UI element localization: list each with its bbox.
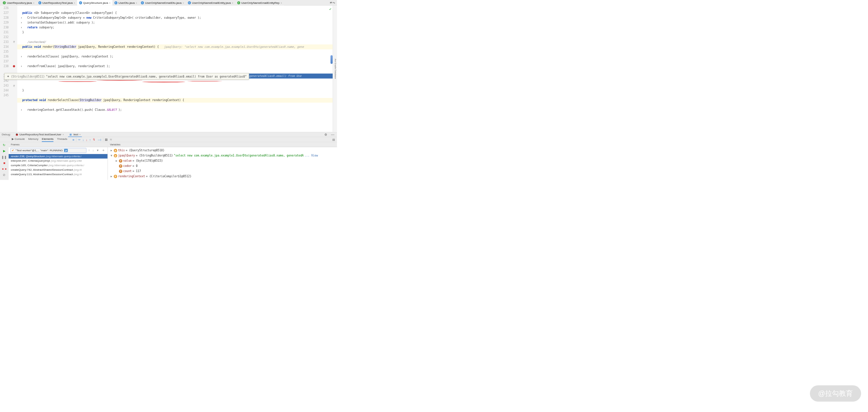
debug-view-tabs: ▶ Console Memory Elements Threads [9, 137, 70, 142]
variable-row[interactable]: ▶p this = {QueryStructure@8510} [110, 148, 335, 153]
close-icon[interactable]: × [63, 133, 64, 136]
close-icon[interactable]: × [183, 1, 184, 4]
step-out-icon[interactable]: ↑ [89, 138, 91, 142]
code-content[interactable]: public <U> Subquery<U> subquery(Class<U>… [17, 6, 333, 132]
tree-toggle-icon[interactable]: ▶ [115, 158, 118, 163]
scrollbar-thumb[interactable] [331, 55, 333, 64]
task-icon: ▦ [70, 133, 72, 136]
breakpoint-icon[interactable] [13, 65, 15, 67]
close-icon[interactable]: × [74, 1, 75, 4]
tree-toggle-icon[interactable]: ▼ [110, 153, 113, 158]
mute-breakpoints-icon[interactable]: ⊘ [3, 173, 6, 177]
tree-toggle-icon[interactable] [115, 169, 118, 174]
debug-side-controls: ↻ ▶ ❚❚ ■ ● ● ⊘ [0, 142, 9, 180]
close-icon[interactable]: × [232, 1, 233, 4]
stack-frame[interactable]: createQuery:742, AbstractSharedSessionCo… [9, 168, 108, 172]
minimize-icon[interactable]: — [330, 133, 335, 136]
rerun-icon[interactable]: ↻ [3, 143, 6, 147]
close-icon[interactable]: × [79, 133, 81, 135]
thread-select[interactable]: ✔ "Test worker"@1,... "main": RUNNING ▴▾ [10, 148, 86, 153]
debug-value-tooltip: ＋ {StringBuilder@8511} "select new com.e… [4, 73, 249, 80]
debug-run-tab[interactable]: 🐞UserRepositoryTest.testSaveUser × [14, 132, 65, 137]
file-tab[interactable]: CUserRepositoryTest.java× [36, 0, 77, 6]
check-icon: ✔ [12, 149, 14, 152]
frame-list[interactable]: render:238, QueryStructure (org.hibernat… [9, 154, 108, 177]
variable-row[interactable]: f coder = 0 [110, 163, 335, 169]
gutter-marks: @ @ [11, 6, 17, 132]
file-tab[interactable]: IUserRepository.java× [1, 0, 36, 6]
evaluate-icon[interactable]: ▦ [105, 137, 108, 141]
variable-row[interactable]: ▶p renderingContext = {CriteriaCompiler$… [110, 174, 335, 179]
file-tab[interactable]: CUserDto.java× [112, 0, 139, 6]
step-into-icon[interactable]: ↓ [83, 138, 84, 142]
threads-tab[interactable]: Threads [57, 137, 67, 142]
memory-tab[interactable]: Memory [28, 137, 38, 142]
layout-icon[interactable]: ▤ [330, 138, 337, 141]
view-link[interactable]: ... View [304, 153, 318, 158]
const: SELECT [107, 108, 117, 111]
dropdown-icon[interactable]: ▴▾ [64, 149, 68, 152]
var-kind-icon: f [119, 164, 122, 168]
tree-toggle-icon[interactable]: ▶ [110, 174, 113, 179]
tab-label: UserOnlyNameEmailEntityRep [241, 1, 280, 4]
drop-frame-icon[interactable]: ↯ [93, 137, 95, 141]
elements-tab[interactable]: Elements [42, 137, 54, 142]
file-type-icon: C [188, 1, 191, 4]
stack-frame[interactable]: compile:165, CriteriaCompiler (org.hiber… [9, 163, 108, 168]
right-toolbar[interactable]: Ant Gradle Database [333, 6, 337, 132]
pause-icon[interactable]: ❚❚ [1, 155, 7, 159]
frame-controls: ✔ "Test worker"@1,... "main": RUNNING ▴▾… [9, 147, 108, 154]
editor-tabs: IUserRepository.java×CUserRepositoryTest… [0, 0, 337, 6]
file-tab[interactable]: CUserOnlyNameEmailEntity.java× [186, 0, 236, 6]
stop-icon[interactable]: ■ [3, 161, 6, 165]
stack-frame[interactable]: createQuery:113, AbstractSharedSessionCo… [9, 172, 108, 177]
trace-icon[interactable]: ≋ [110, 137, 112, 141]
params: jpaqlQuery, RenderingContext renderingCo… [76, 45, 164, 48]
close-icon[interactable]: × [109, 1, 111, 4]
plus-icon[interactable]: ＋ [7, 74, 10, 78]
tab-overflow-icon[interactable]: ⇄ ≡₂ [329, 1, 336, 4]
params: jpaqlQuery, RenderingContext renderingCo… [102, 98, 184, 101]
bug-icon: 🐞 [15, 133, 18, 136]
debug-run-tab[interactable]: ▦:test × [68, 132, 82, 137]
console-tab[interactable]: ▶ Console [12, 137, 25, 142]
variable-row[interactable]: ▶f value = {byte[178]@8515} [110, 158, 335, 163]
gear-icon[interactable]: ⚙ [324, 133, 327, 136]
file-type-icon: C [141, 1, 144, 4]
view-breakpoints-icon[interactable]: ● ● [2, 167, 7, 171]
file-tab[interactable]: IUserOnlyNameEmailEntityRep× [235, 0, 284, 6]
step-over-icon[interactable]: ⤼ [78, 137, 81, 141]
resume-icon[interactable]: ▶ [3, 149, 6, 153]
frames-panel: Frames ✔ "Test worker"@1,... "main": RUN… [9, 142, 108, 180]
variable-list[interactable]: ▶p this = {QueryStructure@8510}▼p jpaqlQ… [108, 147, 337, 180]
close-icon[interactable]: × [280, 1, 282, 4]
force-step-into-icon[interactable]: ↓ [86, 138, 87, 142]
show-exec-icon[interactable]: ≡ [72, 138, 74, 142]
variable-row[interactable]: ▼p jpaqlQuery = {StringBuilder@8511} "se… [110, 153, 335, 158]
tree-toggle-icon[interactable] [115, 163, 118, 169]
add-icon[interactable]: ＋ [101, 148, 106, 153]
debug-toolbar: ▶ Console Memory Elements Threads ≡ ⤼ ↓ … [0, 137, 337, 142]
file-type-icon: C [38, 1, 41, 4]
annotation-underline [58, 81, 97, 82]
var-kind-icon: p [114, 154, 117, 158]
variables-heading: Variables [108, 142, 337, 147]
prev-frame-icon[interactable]: ↑ [88, 149, 91, 152]
tab-label: UserRepositoryTest.testSaveUser [19, 133, 62, 136]
debug-label: Debug: [2, 133, 11, 136]
variable-row[interactable]: f count = 117 [110, 169, 335, 174]
stack-frame[interactable]: render:238, QueryStructure (org.hibernat… [9, 154, 108, 159]
run-to-cursor-icon[interactable]: →I [97, 138, 101, 142]
watermark: @拉勾教育 [810, 385, 861, 402]
next-frame-icon[interactable]: ↓ [92, 149, 94, 152]
close-icon[interactable]: × [136, 1, 137, 4]
filter-icon[interactable]: ▼ [96, 149, 100, 152]
tree-toggle-icon[interactable]: ▶ [110, 148, 113, 153]
file-tab[interactable]: CQueryStructure.java× [77, 0, 112, 6]
stack-frame[interactable]: interpret:297, CriteriaQueryImpl (org.hi… [9, 159, 108, 163]
type-ref: StringBuilder [80, 98, 101, 101]
close-icon[interactable]: × [33, 1, 34, 4]
annotation-underline [142, 81, 185, 82]
file-tab[interactable]: CUserOnlyNameEmailDto.java× [139, 0, 186, 6]
comment: /unchecked/ [22, 40, 46, 43]
